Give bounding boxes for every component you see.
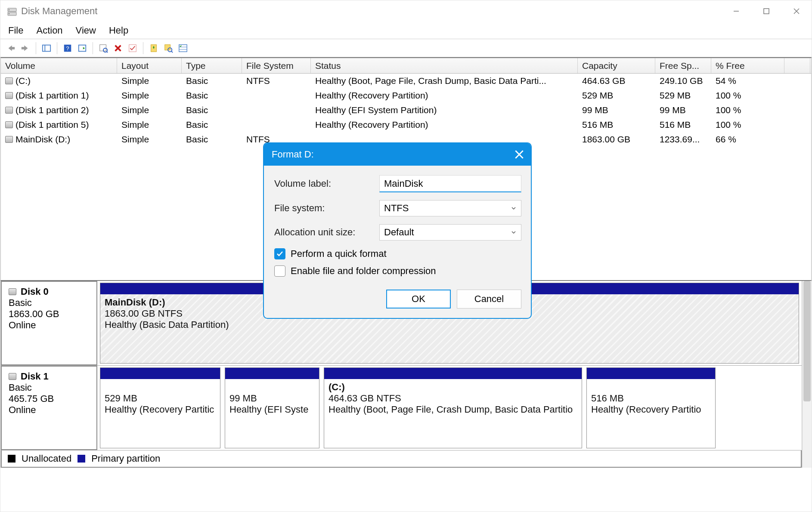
volume-row[interactable]: (Disk 1 partition 1)SimpleBasicHealthy (… [1, 88, 811, 103]
nav-forward-icon[interactable] [19, 42, 31, 54]
col-fs[interactable]: File System [242, 58, 311, 73]
block-title: (C:) [329, 382, 577, 393]
quick-format-checkbox[interactable]: Perform a quick format [274, 248, 521, 259]
search-partition-icon[interactable] [162, 42, 174, 54]
col-capacity[interactable]: Capacity [578, 58, 655, 73]
block-line2: 464.63 GB NTFS [329, 393, 577, 404]
properties-icon[interactable] [97, 42, 109, 54]
new-icon[interactable] [148, 42, 160, 54]
volume-layout: Simple [117, 105, 182, 115]
volume-capacity: 99 MB [578, 105, 655, 115]
disk1-state: Online [9, 404, 92, 416]
col-status[interactable]: Status [311, 58, 578, 73]
delete-icon[interactable] [112, 42, 124, 54]
list-view-icon[interactable] [177, 42, 189, 54]
dialog-close-icon[interactable] [514, 149, 525, 160]
volume-label-label: Volume label: [274, 178, 379, 189]
checkbox-unchecked-icon [274, 265, 285, 277]
volume-free: 516 MB [655, 120, 711, 130]
menu-file[interactable]: File [8, 25, 23, 36]
primary-swatch [77, 455, 85, 463]
disk1-type: Basic [9, 382, 92, 393]
block-line3: Healthy (Basic Data Partition) [105, 319, 794, 330]
menu-view[interactable]: View [76, 25, 96, 36]
legend-unallocated: Unallocated [22, 453, 71, 464]
volume-icon [5, 92, 13, 99]
volume-name: MainDisk (D:) [15, 134, 70, 145]
close-window-button[interactable] [781, 0, 812, 22]
toolbar: ? [0, 39, 812, 57]
minimize-button[interactable] [721, 0, 751, 22]
volume-icon [5, 121, 13, 128]
volume-pct: 54 % [711, 76, 784, 86]
compression-checkbox[interactable]: Enable file and folder compression [274, 265, 521, 277]
format-dialog: Format D: Volume label: File system: NTF… [263, 142, 532, 319]
volume-header: Volume Layout Type File System Status Ca… [1, 58, 811, 74]
menu-help[interactable]: Help [109, 25, 128, 36]
volume-layout: Simple [117, 90, 182, 101]
volume-label-input[interactable] [379, 175, 521, 192]
maximize-button[interactable] [751, 0, 781, 22]
volume-status: Healthy (Recovery Partition) [311, 90, 578, 101]
dialog-title: Format D: [272, 149, 314, 160]
disk0-title: Disk 0 [21, 286, 49, 297]
primary-stripe [324, 368, 582, 379]
menu-action[interactable]: Action [36, 25, 62, 36]
disk1-label[interactable]: Disk 1 Basic 465.75 GB Online [1, 366, 97, 450]
col-free[interactable]: Free Sp... [655, 58, 711, 73]
disk1-partition[interactable]: 529 MBHealthy (Recovery Partitic [100, 367, 220, 448]
svg-line-16 [106, 51, 108, 52]
volume-type: Basic [182, 134, 242, 145]
svg-rect-8 [43, 45, 50, 51]
disk1-partition[interactable]: (C:)464.63 GB NTFSHealthy (Boot, Page Fi… [324, 367, 582, 448]
disk0-label[interactable]: Disk 0 Basic 1863.00 GB Online [1, 281, 97, 365]
volume-name: (Disk 1 partition 1) [15, 90, 89, 101]
volume-name: (Disk 1 partition 2) [15, 105, 89, 115]
volume-row[interactable]: (Disk 1 partition 2)SimpleBasicHealthy (… [1, 103, 811, 117]
allocation-select[interactable]: Default [379, 224, 521, 241]
volume-type: Basic [182, 90, 242, 101]
col-volume[interactable]: Volume [1, 58, 117, 73]
col-pct[interactable]: % Free [711, 58, 784, 73]
volume-layout: Simple [117, 120, 182, 130]
volume-pct: 100 % [711, 90, 784, 101]
allocation-label: Allocation unit size: [274, 227, 379, 238]
svg-rect-14 [100, 44, 106, 51]
volume-type: Basic [182, 105, 242, 115]
volume-row[interactable]: (Disk 1 partition 5)SimpleBasicHealthy (… [1, 117, 811, 132]
col-layout[interactable]: Layout [117, 58, 182, 73]
scrollbar-thumb[interactable] [803, 281, 811, 401]
volume-capacity: 464.63 GB [578, 76, 655, 86]
svg-marker-13 [83, 47, 85, 49]
cancel-button[interactable]: Cancel [457, 290, 521, 308]
volume-free: 529 MB [655, 90, 711, 101]
ok-button[interactable]: OK [386, 290, 451, 308]
svg-point-2 [9, 9, 9, 10]
chevron-down-icon [511, 205, 517, 211]
disk1-partition[interactable]: 516 MBHealthy (Recovery Partitio [586, 367, 716, 448]
nav-back-icon[interactable] [5, 42, 17, 54]
volume-type: Basic [182, 76, 242, 86]
file-system-select[interactable]: NTFS [379, 200, 521, 216]
help-icon[interactable]: ? [62, 42, 74, 54]
volume-row[interactable]: (C:)SimpleBasicNTFSHealthy (Boot, Page F… [1, 74, 811, 88]
volume-fs: NTFS [242, 76, 311, 86]
vertical-scrollbar[interactable] [802, 281, 812, 468]
primary-stripe [225, 368, 319, 379]
show-hide-console-tree-icon[interactable] [40, 42, 53, 54]
block-line2: 99 MB [229, 393, 315, 404]
menubar: File Action View Help [0, 22, 812, 39]
volume-status: Healthy (Recovery Partition) [311, 120, 578, 130]
primary-stripe [587, 368, 715, 379]
col-type[interactable]: Type [182, 58, 242, 73]
disk0-size: 1863.00 GB [9, 308, 92, 320]
check-icon[interactable] [127, 42, 139, 54]
disk1-partition[interactable]: 99 MBHealthy (EFI Syste [225, 367, 319, 448]
svg-line-24 [171, 51, 173, 52]
volume-icon [5, 107, 13, 114]
refresh-icon[interactable] [76, 42, 88, 54]
dialog-titlebar[interactable]: Format D: [264, 143, 531, 166]
checkbox-checked-icon [274, 248, 285, 259]
block-line3: Healthy (Recovery Partitic [105, 404, 216, 415]
block-line2: 516 MB [591, 393, 711, 404]
